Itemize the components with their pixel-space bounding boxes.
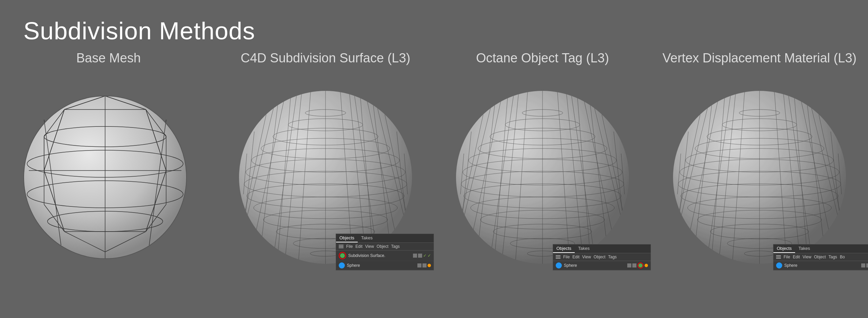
c4d-sphere-container: Objects Takes File Edit View Object Tags: [227, 76, 424, 272]
orange-dot-icon: [428, 264, 431, 267]
octane-sphere-container: Objects Takes File Edit View Object Tags: [444, 76, 641, 272]
menu-edit[interactable]: Edit: [355, 244, 362, 249]
checkbox-icon-2: [418, 254, 422, 258]
sphere-blue-icon: [339, 262, 345, 269]
base-mesh-sphere-container: [10, 76, 207, 272]
subdivision-icon-red-border: [339, 252, 346, 259]
octane-hamburger-icon[interactable]: [556, 255, 560, 259]
octane-menu-edit[interactable]: Edit: [572, 255, 579, 259]
octane-panel-tabs: Objects Takes: [553, 244, 651, 253]
octane-menu-tags[interactable]: Tags: [608, 255, 617, 259]
column-vertex-displacement: Vertex Displacement Material (L3): [651, 51, 868, 272]
c4d-panel-menu: File Edit View Object Tags: [336, 243, 434, 251]
vertex-sphere-row-icons: ✓: [861, 262, 868, 269]
vertex-sphere-container: Objects Takes File Edit View Object Tags…: [661, 76, 858, 272]
subdivision-row-icons: ✓ ✓: [413, 253, 431, 258]
octane-tab-objects[interactable]: Objects: [553, 244, 575, 253]
vertex-menu-tags[interactable]: Tags: [829, 255, 837, 259]
sphere-checkbox-2: [422, 263, 427, 267]
vertex-tab-objects[interactable]: Objects: [773, 244, 795, 253]
octane-ui-panel: Objects Takes File Edit View Object Tags: [553, 244, 651, 271]
menu-file[interactable]: File: [346, 244, 353, 249]
checkbox-icon-1: [413, 254, 417, 258]
vertex-checkbox-2: [866, 263, 868, 267]
octane-orange-dot: [645, 264, 648, 267]
octane-menu-view[interactable]: View: [582, 255, 591, 259]
page-title: Subdivision Methods: [23, 17, 255, 45]
menu-tags[interactable]: Tags: [391, 244, 400, 249]
octane-green-red-border: [637, 262, 644, 269]
vertex-menu-bo[interactable]: Bo: [840, 255, 845, 259]
vertex-row-sphere: Sphere ✓: [773, 261, 868, 270]
check-icon-2: ✓: [428, 253, 431, 258]
vertex-panel-tabs: Objects Takes: [773, 244, 868, 253]
subdivision-green-icon: [340, 253, 345, 258]
octane-sphere-blue-icon: [556, 262, 562, 269]
octane-sphere-svg: [444, 76, 641, 272]
octane-menu-file[interactable]: File: [563, 255, 570, 259]
c4d-tab-takes[interactable]: Takes: [358, 234, 376, 242]
menu-view[interactable]: View: [365, 244, 374, 249]
vertex-sphere-name: Sphere: [784, 263, 859, 268]
octane-checkbox-1: [627, 263, 631, 267]
vertex-menu-edit[interactable]: Edit: [793, 255, 800, 259]
c4d-tab-objects[interactable]: Objects: [336, 234, 358, 242]
vertex-panel-menu: File Edit View Object Tags Bo: [773, 253, 868, 261]
menu-object[interactable]: Object: [377, 244, 389, 249]
column-label-c4d: C4D Subdivision Surface (L3): [241, 51, 411, 65]
vertex-menu-object[interactable]: Object: [814, 255, 826, 259]
octane-sphere-row-icons: [627, 262, 648, 269]
sphere-checkbox-1: [417, 263, 421, 267]
column-label-vertex: Vertex Displacement Material (L3): [663, 51, 856, 65]
subdivision-name: Subdivision Surface.: [348, 253, 411, 258]
vertex-tab-takes[interactable]: Takes: [795, 244, 813, 253]
octane-tab-takes[interactable]: Takes: [575, 244, 593, 253]
octane-panel-menu: File Edit View Object Tags: [553, 253, 651, 261]
c4d-row-sphere: Sphere: [336, 261, 434, 270]
column-label-base-mesh: Base Mesh: [76, 51, 141, 65]
column-label-octane: Octane Object Tag (L3): [476, 51, 609, 65]
columns-container: Base Mesh: [0, 51, 868, 272]
vertex-checkbox-1: [861, 263, 865, 267]
sphere-name: Sphere: [347, 263, 415, 268]
hamburger-icon[interactable]: [339, 245, 343, 248]
sphere-row-icons: [417, 263, 431, 267]
vertex-sphere-svg: [661, 76, 858, 272]
octane-checkbox-2: [632, 263, 636, 267]
vertex-sphere-blue-icon: [776, 262, 782, 269]
check-icon-1: ✓: [423, 253, 427, 258]
octane-green-icon: [638, 263, 643, 267]
octane-row-sphere: Sphere: [553, 261, 651, 270]
c4d-panel-tabs: Objects Takes: [336, 234, 434, 243]
base-mesh-svg: [10, 76, 200, 265]
c4d-ui-panel: Objects Takes File Edit View Object Tags: [336, 234, 434, 271]
vertex-menu-file[interactable]: File: [784, 255, 790, 259]
vertex-menu-view[interactable]: View: [803, 255, 811, 259]
octane-menu-object[interactable]: Object: [594, 255, 606, 259]
column-c4d-subdivision: C4D Subdivision Surface (L3): [217, 51, 434, 272]
column-octane: Octane Object Tag (L3): [434, 51, 651, 272]
octane-sphere-name: Sphere: [564, 263, 625, 268]
column-base-mesh: Base Mesh: [0, 51, 217, 272]
vertex-ui-panel: Objects Takes File Edit View Object Tags…: [773, 244, 868, 271]
vertex-hamburger-icon[interactable]: [776, 255, 781, 259]
c4d-row-subdivision: Subdivision Surface. ✓ ✓: [336, 251, 434, 261]
